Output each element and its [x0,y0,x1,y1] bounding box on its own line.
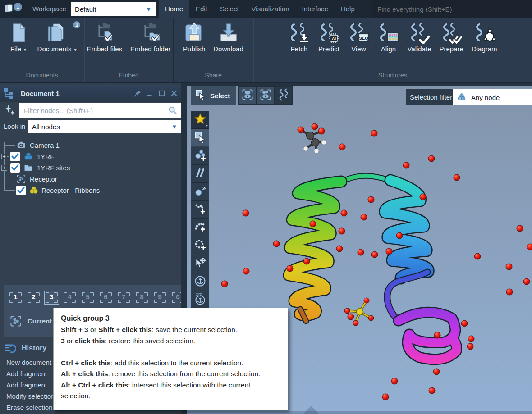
ribbon-button-predict[interactable]: AIPredict [314,22,344,53]
helix-magenta[interactable] [399,312,457,359]
loop-green-teal[interactable] [340,176,390,182]
tab-home[interactable]: Home [159,0,189,18]
ribbon-button-fetch[interactable]: Fetch [284,22,314,53]
water-molecule[interactable] [428,155,435,162]
quick-group-button-9[interactable]: 9 [153,291,167,304]
add-chain-button[interactable] [191,201,209,219]
water-molecule[interactable] [527,244,532,250]
water-molecule[interactable] [348,314,354,320]
water-molecule[interactable] [339,144,345,150]
water-molecule[interactable] [368,196,374,203]
xyz-view-button[interactable]: XYZ [191,291,209,309]
quick-group-button-2[interactable]: 2 [27,291,41,304]
water-molecule[interactable] [396,232,403,239]
water-molecule[interactable] [303,258,310,264]
tree-expander[interactable]: + [1,165,7,171]
tree-item-receptor-ribbons[interactable]: Receptor - Ribbons [0,185,181,196]
select-helices-button[interactable] [275,87,292,104]
water-molecule[interactable] [386,248,392,255]
water-molecule[interactable] [523,278,530,285]
visibility-checkbox[interactable] [10,152,20,161]
select-tool-button[interactable] [191,129,209,147]
water-molecule[interactable] [506,264,512,270]
filter-nodes-input[interactable] [19,103,181,118]
water-molecule[interactable] [287,265,293,272]
move-tool-button[interactable] [191,255,209,273]
tree-item-camera-1[interactable]: Camera 1 [0,140,181,151]
search-icon[interactable] [168,105,178,115]
water-molecule[interactable] [420,194,426,200]
water-molecule[interactable] [371,130,377,136]
close-icon[interactable] [169,88,179,98]
ribbon-button-download[interactable]: Download [209,22,248,53]
add-ring-button[interactable] [191,237,209,255]
quick-group-button-1[interactable]: 1 [9,291,23,304]
water-molecule[interactable] [434,332,440,338]
search-input[interactable] [372,0,532,18]
water-molecule[interactable] [341,210,347,216]
ribbon-button-prepare[interactable]: Prepare [436,22,468,53]
water-molecule[interactable] [312,123,318,130]
water-molecule[interactable] [506,289,513,295]
add-path-button[interactable] [191,219,209,237]
tab-edit[interactable]: Edit [189,0,214,18]
water-molecule[interactable] [433,369,440,375]
water-molecule[interactable] [273,241,280,247]
quick-group-button-4[interactable]: 4 [63,291,77,304]
water-molecule[interactable] [454,174,460,181]
water-molecule[interactable] [467,343,473,350]
water-molecule[interactable] [461,320,468,327]
add-bond-button[interactable] [191,165,209,183]
tree-item-1yrf[interactable]: +1YRF [0,151,181,162]
water-molecule[interactable] [468,336,474,342]
select-tool-button[interactable]: Select [191,86,236,105]
rotate-view-button[interactable] [191,273,209,291]
visibility-checkbox[interactable] [16,186,26,195]
sparkle-icon[interactable] [4,104,16,117]
protein-ribbon[interactable] [289,176,457,359]
water-molecule[interactable] [474,253,481,259]
ribbon-button-publish[interactable]: Publish [179,22,209,53]
acetate-ligand[interactable] [298,127,326,153]
look-in-dropdown[interactable]: All nodes ▼ [28,120,181,133]
quick-group-button-8[interactable]: 8 [135,291,149,304]
water-molecule[interactable] [339,228,345,234]
water-molecule[interactable] [358,249,364,255]
water-molecule[interactable] [221,281,228,287]
sulfate-ion[interactable] [344,298,374,326]
water-molecule[interactable] [243,268,249,274]
quick-group-button-3[interactable]: 3 [45,291,59,304]
ribbon-button-embed-folder[interactable]: Embed folder [126,22,174,53]
ribbon-button-align[interactable]: Align [373,22,403,53]
favorites-button[interactable]: ▾ [191,111,209,129]
water-molecule[interactable] [371,251,378,258]
tab-help[interactable]: Help [335,0,361,18]
ribbon-button-documents[interactable]: Documents▾1 [33,22,81,53]
ribbon-button-file[interactable]: File▾ [4,22,33,53]
water-molecule[interactable] [361,214,367,220]
select-residues-eye-button[interactable] [257,87,274,104]
water-molecule[interactable] [429,387,435,394]
workspace-dropdown[interactable]: Default ▼ [71,2,156,16]
water-molecule[interactable] [517,225,523,232]
tab-interface[interactable]: Interface [296,0,335,18]
add-ion-button[interactable]: 2+ [191,183,209,201]
tree-item-receptor[interactable]: Receptor [0,173,181,185]
water-molecule[interactable] [336,246,343,252]
ribbon-button-embed-files[interactable]: Embed files [83,22,126,53]
quick-group-button-6[interactable]: 6 [99,291,113,304]
helix-left-rainbow[interactable] [289,182,341,315]
add-atom-button[interactable] [191,147,209,165]
select-atoms-eye-button[interactable] [239,87,256,104]
ribbon-button-view[interactable]: SEQView [344,22,373,53]
documents-stack-icon[interactable] [4,4,14,14]
maximize-icon[interactable] [157,88,167,98]
tab-select[interactable]: Select [214,0,245,18]
water-molecule[interactable] [243,210,249,216]
pin-icon[interactable] [133,88,142,98]
water-molecule[interactable] [391,378,398,384]
ribbon-button-validate[interactable]: Validate [403,22,435,53]
water-molecule[interactable] [310,221,316,227]
visibility-checkbox[interactable] [10,163,20,173]
quick-group-button-7[interactable]: 7 [117,291,131,304]
